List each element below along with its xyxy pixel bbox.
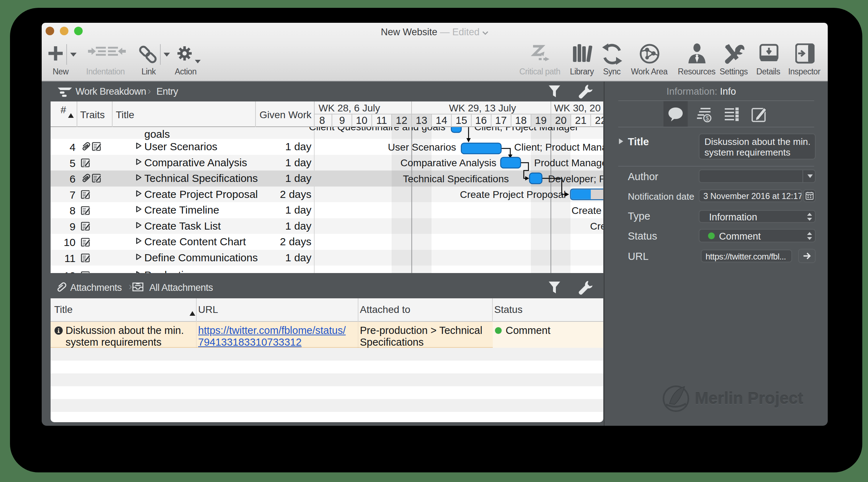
svg-text:$: $ — [706, 115, 709, 121]
